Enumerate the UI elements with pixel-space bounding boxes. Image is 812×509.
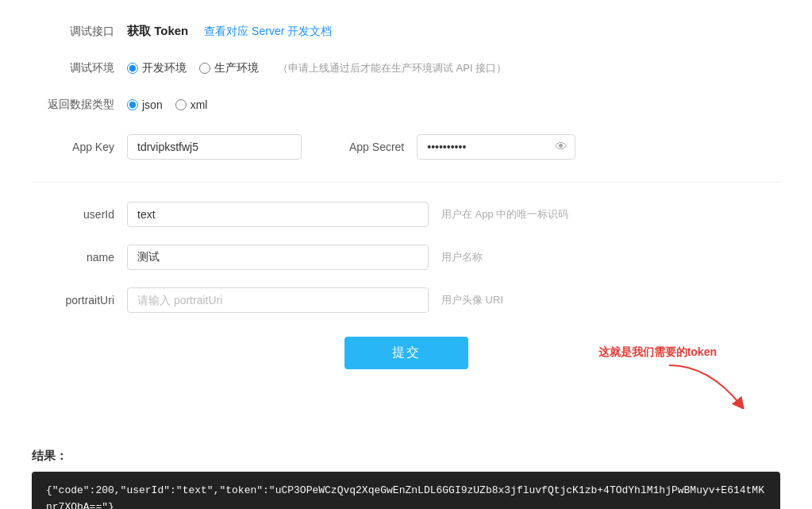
divider [32, 182, 780, 183]
portraituri-label: portraitUri [32, 294, 127, 307]
eye-icon[interactable]: 👁 [555, 140, 568, 154]
result-box: {"code":200,"userId":"text","token":"uCP… [32, 472, 780, 509]
dev-env-radio[interactable] [127, 63, 138, 74]
annotation-text: 这就是我们需要的token [598, 345, 717, 360]
dev-env-label: 开发环境 [142, 61, 187, 75]
prod-env-radio[interactable] [199, 63, 210, 74]
env-label: 调试环境 [32, 61, 127, 75]
return-type-label: 返回数据类型 [32, 98, 127, 112]
result-section: 这就是我们需要的token 结果： {"code":200,"userId":"… [32, 393, 780, 509]
app-secret-input[interactable] [417, 134, 575, 160]
dev-env-option[interactable]: 开发环境 [127, 61, 187, 75]
json-label: json [142, 98, 163, 111]
userid-input[interactable] [127, 202, 429, 227]
app-key-label: App Key [32, 141, 127, 153]
prod-env-option[interactable]: 生产环境 [199, 61, 259, 75]
prod-env-label: 生产环境 [214, 61, 259, 75]
userid-label: userId [32, 208, 127, 221]
server-doc-link[interactable]: 查看对应 Server 开发文档 [204, 25, 332, 39]
json-radio[interactable] [127, 99, 138, 110]
param-row-portraituri: portraitUri 用户头像 URI [32, 287, 780, 313]
name-desc: 用户名称 [441, 250, 483, 264]
name-label: name [32, 251, 127, 264]
app-key-input[interactable] [127, 134, 302, 160]
prod-env-note: （申请上线通过后才能在生产环境调试 API 接口） [278, 61, 506, 75]
app-secret-label: App Secret [349, 141, 404, 153]
json-option[interactable]: json [127, 98, 163, 111]
submit-button[interactable]: 提交 [344, 337, 468, 369]
token-label: 获取 Token [127, 24, 188, 39]
portraituri-input[interactable] [127, 287, 429, 313]
param-row-userid: userId 用户在 App 中的唯一标识码 [32, 202, 780, 227]
interface-label: 调试接口 [32, 25, 127, 39]
portraituri-desc: 用户头像 URI [441, 293, 503, 307]
userid-desc: 用户在 App 中的唯一标识码 [441, 207, 568, 222]
arrow-icon [661, 361, 756, 409]
result-label: 结果： [32, 449, 780, 464]
xml-option[interactable]: xml [175, 98, 208, 111]
xml-label: xml [190, 98, 208, 111]
xml-radio[interactable] [175, 99, 187, 110]
param-row-name: name 用户名称 [32, 245, 780, 270]
name-input[interactable] [127, 245, 429, 270]
